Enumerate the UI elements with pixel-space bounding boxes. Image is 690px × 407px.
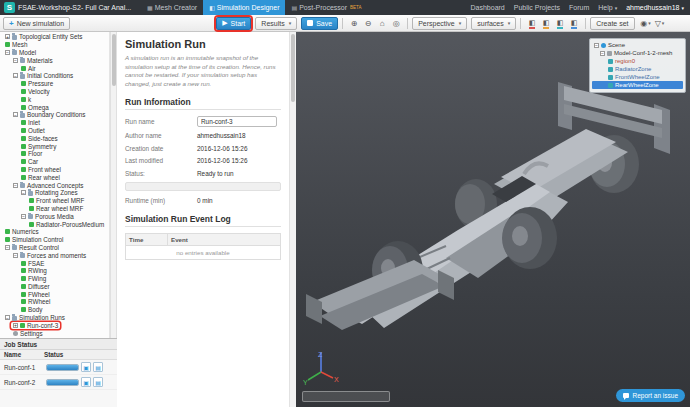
help-menu[interactable]: Help ▾ xyxy=(598,4,617,11)
zoom-in-icon[interactable]: ⊕ xyxy=(347,17,361,30)
tree-item[interactable]: RWheel xyxy=(0,298,109,306)
paint-teal-icon[interactable]: ◧ xyxy=(553,17,567,30)
axis-y-label: Y xyxy=(303,379,308,386)
header-link-public-projects[interactable]: Public Projects xyxy=(514,4,560,11)
job-results-button[interactable]: ▤ xyxy=(93,362,103,372)
tree-item[interactable]: −Boundary Conditions xyxy=(0,111,109,119)
tree-item[interactable]: −Rotating Zones xyxy=(0,189,109,197)
job-results-button[interactable]: ▤ xyxy=(93,377,103,387)
tree-item[interactable]: −Initial Conditions xyxy=(0,72,109,80)
paint-blue-icon[interactable]: ◧ xyxy=(567,17,581,30)
tab-post-processor[interactable]: ▤Post-ProcessorBETA xyxy=(285,0,367,15)
tree-item[interactable]: Radiator-PorousMedium xyxy=(0,220,109,228)
tree-item[interactable]: FSAE xyxy=(0,259,109,267)
job-status-panel: Job Status Name Status Run-conf-1▣▤Run-c… xyxy=(0,338,117,407)
expander-icon[interactable]: − xyxy=(13,183,18,188)
scrollbar-thumb[interactable] xyxy=(112,34,116,86)
tree-item[interactable]: Side-faces xyxy=(0,134,109,142)
user-menu[interactable]: ahmedhussain18 ▾ xyxy=(626,4,684,11)
results-button[interactable]: Results▾ xyxy=(255,17,297,30)
tree-item[interactable]: Velocity xyxy=(0,88,109,96)
scene-tree-item[interactable]: FrontWheelZone xyxy=(592,73,683,81)
tree-item[interactable]: FWing xyxy=(0,275,109,283)
expander-icon[interactable]: − xyxy=(13,58,18,63)
tree-item[interactable]: Front wheel xyxy=(0,166,109,174)
tree-item[interactable]: RWing xyxy=(0,267,109,275)
entity-icon xyxy=(21,175,26,180)
expander-icon[interactable]: − xyxy=(594,43,599,48)
tree-item[interactable]: Diffuser xyxy=(0,283,109,291)
tree-item[interactable]: Rear wheel xyxy=(0,173,109,181)
zoom-out-icon[interactable]: ⊖ xyxy=(361,17,375,30)
header-link-dashboard[interactable]: Dashboard xyxy=(471,4,505,11)
tree-item[interactable]: +Run-conf-3 xyxy=(0,321,109,329)
tree-item[interactable]: −Materials xyxy=(0,56,109,64)
job-monitor-button[interactable]: ▣ xyxy=(81,377,91,387)
orbit-icon[interactable]: ◎ xyxy=(389,17,403,30)
tree-item[interactable]: k xyxy=(0,95,109,103)
scene-root-item[interactable]: − Scene xyxy=(592,41,683,49)
expander-icon[interactable]: + xyxy=(5,34,10,39)
tree-item[interactable]: Floor xyxy=(0,150,109,158)
scene-tree-item[interactable]: RadiatorZone xyxy=(592,65,683,73)
paint-red-icon[interactable]: ◧ xyxy=(525,17,539,30)
main-scrollbar[interactable] xyxy=(289,32,296,407)
expander-icon[interactable]: − xyxy=(13,73,18,78)
tree-item[interactable]: Body xyxy=(0,306,109,314)
tree-item[interactable]: Numerics xyxy=(0,228,109,236)
tree-item[interactable]: Settings xyxy=(0,329,109,337)
scene-mesh-item[interactable]: − Model-Conf-1-2-mesh xyxy=(592,49,683,57)
fit-view-icon[interactable]: ⌂ xyxy=(375,17,389,30)
tree-item[interactable]: Pressure xyxy=(0,80,109,88)
expander-icon[interactable]: − xyxy=(5,245,10,250)
expander-icon[interactable]: + xyxy=(13,323,18,328)
report-issue-button[interactable]: Report an issue xyxy=(616,389,685,402)
header-link-forum[interactable]: Forum xyxy=(569,4,589,11)
tree-item[interactable]: Mesh xyxy=(0,41,109,49)
job-monitor-button[interactable]: ▣ xyxy=(81,362,91,372)
viewer-search-input[interactable] xyxy=(302,391,390,402)
expander-icon[interactable]: − xyxy=(13,253,18,258)
scene-tree-item[interactable]: region0 xyxy=(592,57,683,65)
tree-item[interactable]: Outlet xyxy=(0,127,109,135)
scene-tree-item[interactable]: RearWheelZone xyxy=(592,81,683,89)
tree-item[interactable]: Rear wheel MRF xyxy=(0,205,109,213)
tree-item[interactable]: −Simulation Runs xyxy=(0,314,109,322)
tree-item[interactable]: +Topological Entity Sets xyxy=(0,33,109,41)
create-set-button[interactable]: Create set xyxy=(590,17,634,30)
filter-icon[interactable]: ▽▾ xyxy=(653,17,667,30)
tree-item[interactable]: Simulation Control xyxy=(0,236,109,244)
visibility-eye-icon[interactable]: ◉▾ xyxy=(639,17,653,30)
tree-item[interactable]: Inlet xyxy=(0,119,109,127)
tree-item[interactable]: FWheel xyxy=(0,290,109,298)
tree-item[interactable]: Symmetry xyxy=(0,142,109,150)
new-simulation-button[interactable]: +New simulation xyxy=(3,17,70,30)
tree-item[interactable]: −Porous Media xyxy=(0,212,109,220)
tree-item[interactable]: Omega xyxy=(0,103,109,111)
expander-icon[interactable]: − xyxy=(13,112,18,117)
tree-item[interactable]: Air xyxy=(0,64,109,72)
tree-item[interactable]: −Forces and moments xyxy=(0,251,109,259)
expander-icon[interactable]: − xyxy=(600,51,605,56)
tree-item[interactable]: −Advanced Concepts xyxy=(0,181,109,189)
expander-icon[interactable]: − xyxy=(5,50,10,55)
save-button[interactable]: Save xyxy=(301,17,338,30)
expander-icon[interactable]: − xyxy=(5,315,10,320)
surfaces-dropdown[interactable]: surfaces▾ xyxy=(471,17,516,30)
tree-item[interactable]: −Model xyxy=(0,49,109,57)
color-icon-group: ◧◧◧◧ xyxy=(525,17,581,30)
run-name-input[interactable] xyxy=(197,116,277,127)
viewer-canvas[interactable]: − Scene − Model-Conf-1-2-mesh region0Rad… xyxy=(296,32,690,407)
tree-item[interactable]: Car xyxy=(0,158,109,166)
tab-mesh-creator[interactable]: ▦Mesh Creator xyxy=(141,0,203,15)
paint-orange-icon[interactable]: ◧ xyxy=(539,17,553,30)
expander-icon[interactable]: − xyxy=(21,214,26,219)
perspective-dropdown[interactable]: Perspective▾ xyxy=(412,17,467,30)
tab-simulation-designer[interactable]: ◧Simulation Designer xyxy=(203,0,285,15)
expander-icon[interactable]: − xyxy=(21,190,26,195)
tree-item[interactable]: −Result Control xyxy=(0,244,109,252)
start-button[interactable]: ▶Start xyxy=(216,17,251,30)
tree-scrollbar[interactable] xyxy=(110,32,117,338)
scrollbar-thumb[interactable] xyxy=(291,34,295,102)
tree-item[interactable]: Front wheel MRF xyxy=(0,197,109,205)
